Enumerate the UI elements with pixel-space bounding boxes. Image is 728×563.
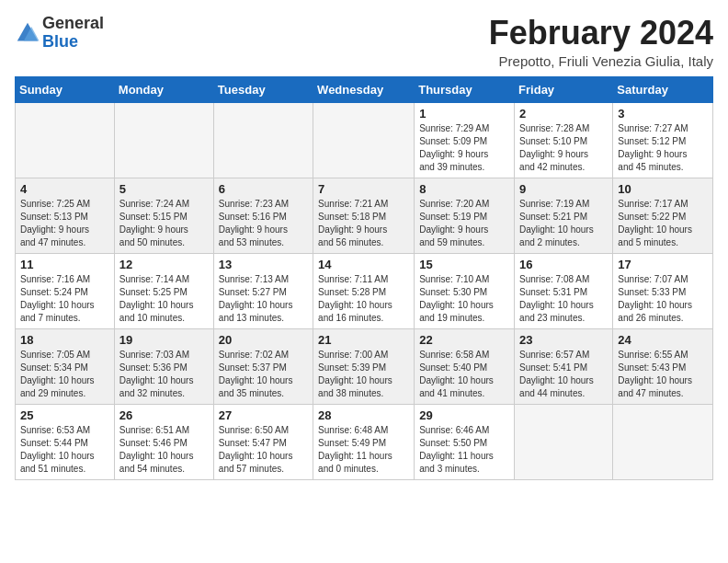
calendar-day-cell (213, 102, 313, 178)
calendar-day-cell: 1Sunrise: 7:29 AMSunset: 5:09 PMDaylight… (415, 102, 515, 178)
day-number: 16 (519, 258, 608, 271)
day-number: 14 (318, 258, 409, 271)
calendar-week-row: 18Sunrise: 7:05 AMSunset: 5:34 PMDayligh… (16, 328, 713, 404)
calendar-week-row: 4Sunrise: 7:25 AMSunset: 5:13 PMDaylight… (16, 178, 713, 253)
day-number: 20 (219, 333, 308, 347)
calendar-day-cell: 19Sunrise: 7:03 AMSunset: 5:36 PMDayligh… (114, 328, 213, 404)
column-header-thursday: Thursday (415, 76, 515, 102)
logo-icon (15, 20, 40, 46)
calendar-day-cell: 12Sunrise: 7:14 AMSunset: 5:25 PMDayligh… (114, 253, 213, 328)
calendar-day-cell: 5Sunrise: 7:24 AMSunset: 5:15 PMDaylight… (114, 178, 213, 253)
calendar-day-cell: 21Sunrise: 7:00 AMSunset: 5:39 PMDayligh… (313, 328, 415, 404)
day-number: 2 (519, 107, 608, 121)
day-info: Sunrise: 6:55 AMSunset: 5:43 PMDaylight:… (618, 349, 708, 400)
day-info: Sunrise: 7:16 AMSunset: 5:24 PMDaylight:… (20, 273, 109, 325)
day-number: 22 (419, 333, 509, 347)
day-info: Sunrise: 7:11 AMSunset: 5:28 PMDaylight:… (318, 273, 409, 325)
day-info: Sunrise: 7:10 AMSunset: 5:30 PMDaylight:… (419, 273, 509, 325)
day-number: 18 (20, 333, 109, 347)
day-number: 1 (419, 107, 509, 121)
day-number: 17 (618, 258, 708, 271)
day-number: 6 (219, 182, 308, 196)
calendar-day-cell: 11Sunrise: 7:16 AMSunset: 5:24 PMDayligh… (16, 253, 115, 328)
calendar-day-cell: 3Sunrise: 7:27 AMSunset: 5:12 PMDaylight… (613, 102, 713, 178)
day-number: 19 (119, 333, 209, 347)
calendar-day-cell: 20Sunrise: 7:02 AMSunset: 5:37 PMDayligh… (213, 328, 313, 404)
calendar-day-cell: 15Sunrise: 7:10 AMSunset: 5:30 PMDayligh… (415, 253, 515, 328)
day-info: Sunrise: 7:20 AMSunset: 5:19 PMDaylight:… (419, 198, 509, 249)
calendar-day-cell: 27Sunrise: 6:50 AMSunset: 5:47 PMDayligh… (213, 404, 313, 479)
day-info: Sunrise: 6:51 AMSunset: 5:46 PMDaylight:… (119, 424, 209, 476)
day-number: 3 (618, 107, 708, 121)
calendar-day-cell: 7Sunrise: 7:21 AMSunset: 5:18 PMDaylight… (313, 178, 415, 253)
calendar-header-row: SundayMondayTuesdayWednesdayThursdayFrid… (16, 76, 713, 102)
day-number: 9 (519, 182, 608, 196)
day-info: Sunrise: 7:02 AMSunset: 5:37 PMDaylight:… (219, 349, 308, 400)
title-area: February 2024 Prepotto, Friuli Venezia G… (489, 15, 713, 69)
column-header-saturday: Saturday (613, 76, 713, 102)
calendar-week-row: 1Sunrise: 7:29 AMSunset: 5:09 PMDaylight… (16, 102, 713, 178)
day-number: 4 (20, 182, 109, 196)
day-number: 23 (519, 333, 608, 347)
calendar-day-cell: 17Sunrise: 7:07 AMSunset: 5:33 PMDayligh… (613, 253, 713, 328)
day-info: Sunrise: 7:19 AMSunset: 5:21 PMDaylight:… (519, 198, 608, 249)
calendar-day-cell: 25Sunrise: 6:53 AMSunset: 5:44 PMDayligh… (16, 404, 115, 479)
day-number: 7 (318, 182, 409, 196)
calendar-week-row: 11Sunrise: 7:16 AMSunset: 5:24 PMDayligh… (16, 253, 713, 328)
column-header-wednesday: Wednesday (313, 76, 415, 102)
day-info: Sunrise: 7:05 AMSunset: 5:34 PMDaylight:… (20, 349, 109, 400)
day-info: Sunrise: 7:13 AMSunset: 5:27 PMDaylight:… (219, 273, 308, 325)
day-info: Sunrise: 7:23 AMSunset: 5:16 PMDaylight:… (219, 198, 308, 249)
day-number: 13 (219, 258, 308, 271)
column-header-friday: Friday (515, 76, 613, 102)
day-info: Sunrise: 7:24 AMSunset: 5:15 PMDaylight:… (119, 198, 209, 249)
calendar-day-cell: 29Sunrise: 6:46 AMSunset: 5:50 PMDayligh… (415, 404, 515, 479)
calendar-day-cell (16, 102, 115, 178)
day-info: Sunrise: 7:08 AMSunset: 5:31 PMDaylight:… (519, 273, 608, 325)
day-number: 15 (419, 258, 509, 271)
logo-general-text: General (42, 14, 104, 32)
day-number: 5 (119, 182, 209, 196)
calendar-day-cell (515, 404, 613, 479)
day-number: 28 (318, 408, 409, 422)
day-info: Sunrise: 7:27 AMSunset: 5:12 PMDaylight:… (618, 122, 708, 174)
column-header-sunday: Sunday (16, 76, 115, 102)
calendar-day-cell: 23Sunrise: 6:57 AMSunset: 5:41 PMDayligh… (515, 328, 613, 404)
day-info: Sunrise: 7:14 AMSunset: 5:25 PMDaylight:… (119, 273, 209, 325)
day-info: Sunrise: 7:29 AMSunset: 5:09 PMDaylight:… (419, 122, 509, 174)
calendar-day-cell: 28Sunrise: 6:48 AMSunset: 5:49 PMDayligh… (313, 404, 415, 479)
calendar-day-cell: 14Sunrise: 7:11 AMSunset: 5:28 PMDayligh… (313, 253, 415, 328)
calendar-day-cell: 10Sunrise: 7:17 AMSunset: 5:22 PMDayligh… (613, 178, 713, 253)
calendar-day-cell: 2Sunrise: 7:28 AMSunset: 5:10 PMDaylight… (515, 102, 613, 178)
column-header-monday: Monday (114, 76, 213, 102)
page-header: General Blue February 2024 Prepotto, Fri… (15, 15, 713, 69)
day-number: 11 (20, 258, 109, 271)
calendar-day-cell (313, 102, 415, 178)
calendar-week-row: 25Sunrise: 6:53 AMSunset: 5:44 PMDayligh… (16, 404, 713, 479)
logo-blue-text: Blue (42, 32, 78, 51)
day-info: Sunrise: 6:53 AMSunset: 5:44 PMDaylight:… (20, 424, 109, 476)
day-number: 25 (20, 408, 109, 422)
day-info: Sunrise: 6:58 AMSunset: 5:40 PMDaylight:… (419, 349, 509, 400)
month-year-title: February 2024 (489, 15, 713, 52)
day-info: Sunrise: 7:21 AMSunset: 5:18 PMDaylight:… (318, 198, 409, 249)
day-info: Sunrise: 7:07 AMSunset: 5:33 PMDaylight:… (618, 273, 708, 325)
day-info: Sunrise: 6:57 AMSunset: 5:41 PMDaylight:… (519, 349, 608, 400)
day-info: Sunrise: 7:00 AMSunset: 5:39 PMDaylight:… (318, 349, 409, 400)
calendar-day-cell: 22Sunrise: 6:58 AMSunset: 5:40 PMDayligh… (415, 328, 515, 404)
day-number: 10 (618, 182, 708, 196)
calendar-day-cell: 6Sunrise: 7:23 AMSunset: 5:16 PMDaylight… (213, 178, 313, 253)
day-info: Sunrise: 7:03 AMSunset: 5:36 PMDaylight:… (119, 349, 209, 400)
day-info: Sunrise: 6:48 AMSunset: 5:49 PMDaylight:… (318, 424, 409, 476)
day-number: 27 (219, 408, 308, 422)
calendar-table: SundayMondayTuesdayWednesdayThursdayFrid… (15, 76, 713, 480)
day-number: 8 (419, 182, 509, 196)
calendar-day-cell (613, 404, 713, 479)
day-info: Sunrise: 6:50 AMSunset: 5:47 PMDaylight:… (219, 424, 308, 476)
calendar-day-cell: 24Sunrise: 6:55 AMSunset: 5:43 PMDayligh… (613, 328, 713, 404)
calendar-day-cell: 18Sunrise: 7:05 AMSunset: 5:34 PMDayligh… (16, 328, 115, 404)
calendar-day-cell: 9Sunrise: 7:19 AMSunset: 5:21 PMDaylight… (515, 178, 613, 253)
day-number: 24 (618, 333, 708, 347)
day-number: 21 (318, 333, 409, 347)
logo: General Blue (15, 15, 104, 52)
